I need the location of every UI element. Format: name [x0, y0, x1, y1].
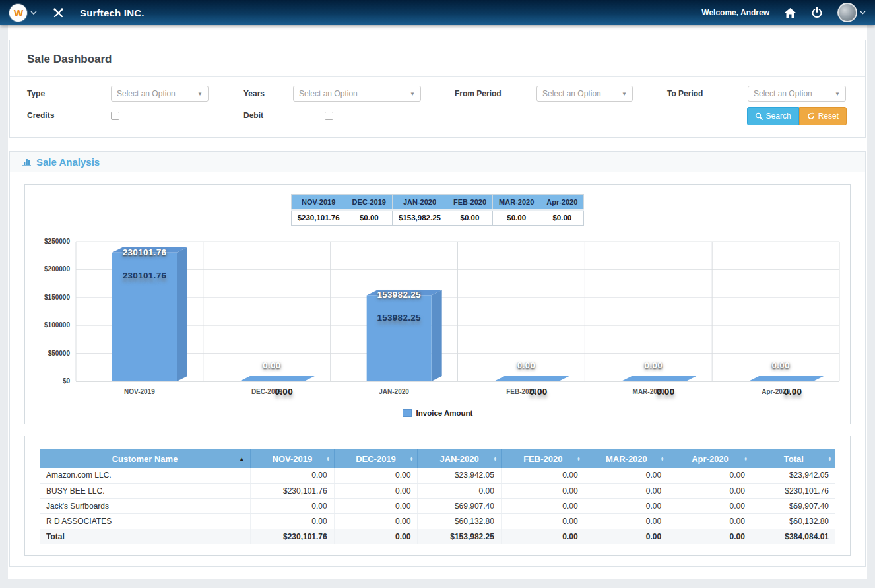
- tools-icon[interactable]: [53, 7, 64, 18]
- bar-value-label: 0.00: [480, 360, 573, 370]
- sort-icon[interactable]: ▴▾: [661, 456, 663, 461]
- total-amount-cell: 0.00: [585, 529, 668, 544]
- bar-zero: [621, 376, 696, 381]
- sort-icon[interactable]: ▴▾: [745, 456, 747, 461]
- summary-column-header: DEC-2019: [346, 195, 392, 211]
- amount-cell: 0.00: [585, 483, 668, 498]
- y-axis-tick: $200000: [32, 265, 70, 273]
- bar-zero: [240, 376, 315, 381]
- invoice-amount-chart: $250000$200000$150000$100000$50000$0NOV-…: [32, 235, 843, 404]
- amount-cell: 0.00: [418, 483, 502, 498]
- bar-side-face: [432, 290, 442, 381]
- brand-logo-icon[interactable]: W: [9, 4, 27, 22]
- column-header-customer-name[interactable]: Customer Name▲: [40, 449, 251, 468]
- summary-column-header: FEB-2020: [447, 195, 492, 211]
- search-button-label: Search: [766, 112, 791, 121]
- to-period-select[interactable]: Select an Option ▼: [748, 86, 846, 102]
- reset-button[interactable]: Reset: [799, 107, 847, 125]
- y-axis-tick: $150000: [32, 294, 70, 301]
- summary-value-cell: $0.00: [493, 210, 540, 226]
- column-header[interactable]: FEB-2020▴▾: [501, 449, 585, 468]
- column-header[interactable]: Apr-2020▴▾: [668, 449, 752, 468]
- search-button[interactable]: Search: [747, 107, 799, 125]
- total-amount-cell: 0.00: [334, 529, 418, 544]
- sale-analysis-title: Sale Analysis: [36, 156, 100, 168]
- type-select[interactable]: Select an Option ▼: [111, 86, 209, 102]
- credits-checkbox[interactable]: [111, 112, 119, 120]
- type-select-value: Select an Option: [117, 89, 176, 98]
- bar-value-label: 0.00: [607, 360, 699, 370]
- bar-value-shadow-label: 0.00: [238, 387, 330, 397]
- debit-checkbox[interactable]: [325, 112, 333, 120]
- amount-cell: 0.00: [251, 468, 335, 483]
- amount-cell: 0.00: [501, 513, 585, 529]
- type-label: Type: [27, 89, 111, 98]
- sale-analysis-panel: Sale Analysis NOV-2019DEC-2019JAN-2020FE…: [9, 151, 866, 567]
- years-label: Years: [243, 89, 293, 98]
- amount-cell: 0.00: [585, 498, 668, 513]
- sort-icon[interactable]: ▴▾: [577, 456, 579, 461]
- table-row: BUSY BEE LLC.$230,101.760.000.000.000.00…: [40, 483, 835, 498]
- amount-cell: 0.00: [501, 498, 585, 513]
- from-period-select[interactable]: Select an Option ▼: [536, 86, 633, 102]
- customer-table-panel: Customer Name▲NOV-2019▴▾DEC-2019▴▾JAN-20…: [24, 436, 851, 556]
- amount-link-cell[interactable]: $69,907.40: [418, 498, 502, 513]
- column-header[interactable]: JAN-2020▴▾: [418, 449, 502, 468]
- page: W Surftech INC. Welcome, Andrew: [0, 0, 875, 588]
- sort-icon[interactable]: ▴▾: [410, 456, 412, 461]
- amount-cell: 0.00: [334, 498, 418, 513]
- amount-link-cell[interactable]: $60,132.80: [418, 513, 502, 529]
- user-chevron-down-icon: [860, 11, 866, 15]
- amount-cell: 0.00: [668, 498, 752, 513]
- search-icon: [755, 112, 763, 120]
- total-amount-cell: 0.00: [668, 529, 752, 544]
- logo-chevron-down-icon[interactable]: [30, 11, 37, 15]
- total-label-cell: Total: [40, 529, 251, 544]
- column-header[interactable]: NOV-2019▴▾: [251, 449, 335, 468]
- summary-value-cell: $230,101.76: [291, 210, 346, 226]
- bar: [367, 295, 432, 381]
- summary-value-cell: $0.00: [540, 210, 584, 226]
- amount-cell: 0.00: [251, 513, 335, 529]
- table-row: R D ASSOCIATES0.000.00$60,132.800.000.00…: [40, 513, 835, 529]
- from-period-label: From Period: [455, 89, 536, 98]
- amount-cell: 0.00: [668, 483, 752, 498]
- page-title: Sale Dashboard: [10, 40, 865, 76]
- avatar[interactable]: [837, 3, 857, 22]
- content-area: Sale Dashboard Type Select an Option ▼ Y…: [8, 25, 867, 579]
- summary-value-cell: $0.00: [447, 210, 492, 226]
- table-row: Jack's Surfboards0.000.00$69,907.400.000…: [40, 498, 835, 513]
- select-caret-icon: ▼: [835, 91, 840, 97]
- column-header[interactable]: DEC-2019▴▾: [334, 449, 418, 468]
- summary-column-header: Apr-2020: [540, 195, 584, 211]
- bar-value-label: 0.00: [226, 360, 318, 370]
- amount-cell: $69,907.40: [752, 498, 835, 513]
- amount-cell: 0.00: [668, 468, 752, 483]
- credits-label: Credits: [27, 111, 111, 120]
- bar-value-shadow-label: 0.00: [747, 387, 839, 397]
- user-menu[interactable]: [837, 3, 866, 22]
- summary-column-header: NOV-2019: [291, 195, 346, 211]
- years-select[interactable]: Select an Option ▼: [293, 86, 421, 102]
- column-header[interactable]: Total▴▾: [752, 449, 835, 468]
- home-icon[interactable]: [784, 7, 796, 18]
- amount-link-cell[interactable]: $230,101.76: [251, 483, 335, 498]
- amount-link-cell[interactable]: $23,942.05: [418, 468, 502, 483]
- total-amount-cell: $230,101.76: [251, 529, 335, 544]
- y-axis-tick: $50000: [32, 350, 70, 357]
- select-caret-icon: ▼: [197, 91, 203, 97]
- sort-icon[interactable]: ▴▾: [327, 456, 329, 461]
- summary-value-cell: $0.00: [346, 210, 392, 226]
- sort-ascending-icon[interactable]: ▲: [239, 456, 244, 462]
- legend-label: Invoice Amount: [416, 409, 473, 417]
- sort-icon[interactable]: ▴▾: [829, 456, 831, 461]
- amount-cell: 0.00: [668, 513, 752, 529]
- amount-cell: 0.00: [251, 498, 335, 513]
- bar-zero: [748, 376, 824, 381]
- summary-column-header: MAR-2020: [493, 195, 540, 211]
- amount-cell: $230,101.76: [752, 483, 835, 498]
- column-header[interactable]: MAR-2020▴▾: [585, 449, 668, 468]
- sort-icon[interactable]: ▴▾: [494, 456, 496, 461]
- bar-value-label: 0.00: [734, 360, 827, 370]
- power-icon[interactable]: [811, 7, 823, 18]
